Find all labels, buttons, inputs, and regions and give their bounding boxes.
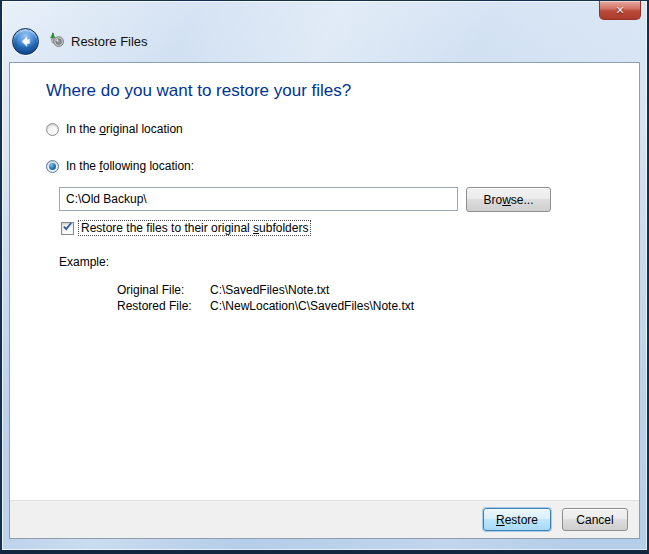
restore-files-window: ✕ Restore Files Where do you want to res… <box>0 0 649 554</box>
restore-path-input[interactable] <box>59 187 458 211</box>
back-button[interactable] <box>12 28 39 55</box>
radio-button-unchecked[interactable] <box>46 123 59 136</box>
example-row-name: Original File: <box>117 283 210 297</box>
radio-dot <box>49 163 56 170</box>
subfolders-checkbox-label[interactable]: Restore the files to their original subf… <box>79 221 310 235</box>
back-arrow-icon <box>18 34 33 49</box>
close-icon: ✕ <box>615 4 624 16</box>
checkbox-checked[interactable] <box>61 222 74 235</box>
radio-following-label[interactable]: In the following location: <box>66 159 194 173</box>
cancel-button[interactable]: Cancel <box>562 508 628 531</box>
path-row: Browse... <box>59 187 551 212</box>
radio-original-label[interactable]: In the original location <box>66 122 183 136</box>
radio-following-location[interactable]: In the following location: <box>46 159 194 173</box>
checkmark-icon <box>62 221 73 235</box>
radio-original-location[interactable]: In the original location <box>46 122 183 136</box>
restore-files-icon <box>48 31 65 52</box>
example-table: Original File: C:\SavedFiles\Note.txt Re… <box>117 283 414 313</box>
example-row-value: C:\SavedFiles\Note.txt <box>210 283 414 297</box>
footer-bar: Restore Cancel <box>10 500 639 538</box>
example-row-value: C:\NewLocation\C\SavedFiles\Note.txt <box>210 299 414 313</box>
subfolders-checkbox-row[interactable]: Restore the files to their original subf… <box>61 221 310 235</box>
content-panel: Where do you want to restore your files?… <box>9 62 640 539</box>
main-instruction: Where do you want to restore your files? <box>46 81 351 101</box>
close-button[interactable]: ✕ <box>599 1 641 20</box>
restore-button[interactable]: Restore <box>483 508 551 531</box>
navigation-bar: Restore Files <box>12 27 148 55</box>
page-title: Restore Files <box>71 34 148 49</box>
radio-button-checked[interactable] <box>46 160 59 173</box>
example-row-name: Restored File: <box>117 299 210 313</box>
example-label: Example: <box>59 255 109 269</box>
browse-button[interactable]: Browse... <box>466 187 551 212</box>
